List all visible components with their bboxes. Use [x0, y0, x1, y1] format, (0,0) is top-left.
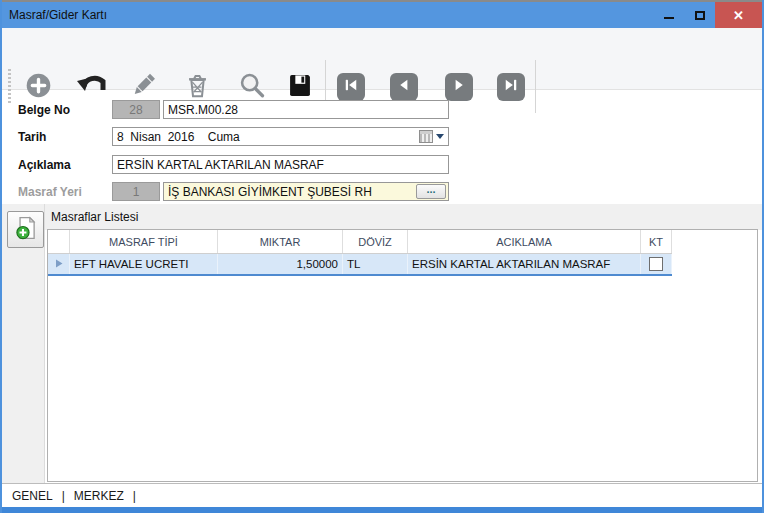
column-header-doviz[interactable]: DÖVİZ [343, 230, 408, 253]
nav-first-button[interactable] [337, 73, 365, 101]
undo-button[interactable] [69, 65, 113, 109]
window-title: Masraf/Gider Kartı [2, 8, 653, 22]
column-header-kt[interactable]: KT [641, 230, 672, 253]
undo-arrow-icon [75, 70, 107, 104]
add-document-icon [13, 215, 39, 245]
cell-miktar: 1,50000 [218, 254, 343, 274]
titlebar: Masraf/Gider Kartı ✕ [2, 0, 762, 28]
aciklama-value: ERSİN KARTAL AKTARILAN MASRAF [117, 158, 324, 172]
belge-no-label: Belge No [18, 103, 70, 117]
grid-header-row: MASRAF TİPİ MIKTAR DÖVİZ ACIKLAMA KT [48, 230, 672, 254]
aciklama-field[interactable]: ERSİN KARTAL AKTARILAN MASRAF [112, 155, 449, 174]
cell-kt [641, 254, 672, 274]
group-title: Masraflar Listesi [51, 210, 138, 224]
edit-pencil-icon [129, 71, 157, 103]
masraf-yeri-number-field: 1 [112, 182, 160, 201]
nav-first-icon [342, 76, 360, 98]
close-button[interactable]: ✕ [715, 2, 762, 28]
window-controls: ✕ [653, 2, 762, 28]
app-window: Masraf/Gider Kartı ✕ [0, 0, 764, 513]
row-selector-header [48, 230, 70, 253]
status-divider: | [133, 489, 136, 503]
statusbar: GENEL | MERKEZ | [2, 483, 762, 507]
toolbar-separator [535, 60, 536, 113]
toolbar-grip-handle[interactable] [8, 69, 11, 105]
masraf-yeri-field[interactable]: İŞ BANKASI GİYİMKENT ŞUBESİ RH ... [163, 182, 449, 201]
nav-last-icon [502, 76, 520, 98]
nav-previous-button[interactable] [390, 73, 418, 101]
add-circle-icon [25, 72, 52, 103]
belge-no-code-value: MSR.M00.28 [168, 103, 238, 117]
kt-checkbox[interactable] [649, 257, 663, 271]
delete-trash-icon [184, 72, 211, 103]
status-divider: | [62, 489, 65, 503]
minimize-icon [664, 17, 674, 19]
close-icon: ✕ [733, 9, 744, 22]
save-floppy-icon [286, 71, 314, 103]
cell-masraf-tipi: EFT HAVALE UCRETI [70, 254, 218, 274]
maximize-button[interactable] [684, 2, 715, 28]
search-magnifier-icon [238, 71, 266, 103]
add-row-button[interactable] [7, 211, 44, 248]
toolbar [2, 28, 762, 90]
minimize-button[interactable] [653, 2, 684, 28]
column-header-miktar[interactable]: MIKTAR [218, 230, 343, 253]
belge-no-number-field: 28 [112, 100, 160, 119]
maximize-icon [695, 11, 705, 20]
masraflar-grid: MASRAF TİPİ MIKTAR DÖVİZ ACIKLAMA KT EFT… [47, 229, 758, 482]
window-bottom-border [2, 507, 762, 513]
nav-next-icon [450, 76, 468, 98]
browse-button[interactable]: ... [416, 184, 446, 199]
status-tab-genel[interactable]: GENEL [12, 489, 53, 503]
cell-doviz: TL [343, 254, 408, 274]
column-header-masraf-tipi[interactable]: MASRAF TİPİ [70, 230, 218, 253]
nav-last-button[interactable] [497, 73, 525, 101]
status-tab-merkez[interactable]: MERKEZ [74, 489, 124, 503]
nav-next-button[interactable] [445, 73, 473, 101]
row-selector-cell [48, 254, 70, 274]
tarih-date-value: 8 Nisan 2016 Cuma [117, 130, 240, 144]
masraf-yeri-label: Masraf Yeri [18, 185, 82, 199]
tarih-date-field[interactable]: 8 Nisan 2016 Cuma [112, 127, 449, 146]
row-selector-arrow-icon [55, 258, 63, 270]
belge-no-code-field[interactable]: MSR.M00.28 [163, 100, 449, 119]
column-header-aciklama[interactable]: ACIKLAMA [408, 230, 641, 253]
table-row[interactable]: EFT HAVALE UCRETI 1,50000 TL ERSİN KARTA… [48, 254, 672, 276]
date-picker-button[interactable] [419, 130, 444, 143]
chevron-down-icon [436, 134, 444, 139]
cell-aciklama: ERSİN KARTAL AKTARILAN MASRAF [408, 254, 641, 274]
calendar-icon [419, 130, 433, 143]
nav-previous-icon [395, 76, 413, 98]
aciklama-label: Açıklama [18, 158, 71, 172]
masraf-yeri-value: İŞ BANKASI GİYİMKENT ŞUBESİ RH [168, 185, 372, 199]
tarih-label: Tarih [18, 130, 46, 144]
